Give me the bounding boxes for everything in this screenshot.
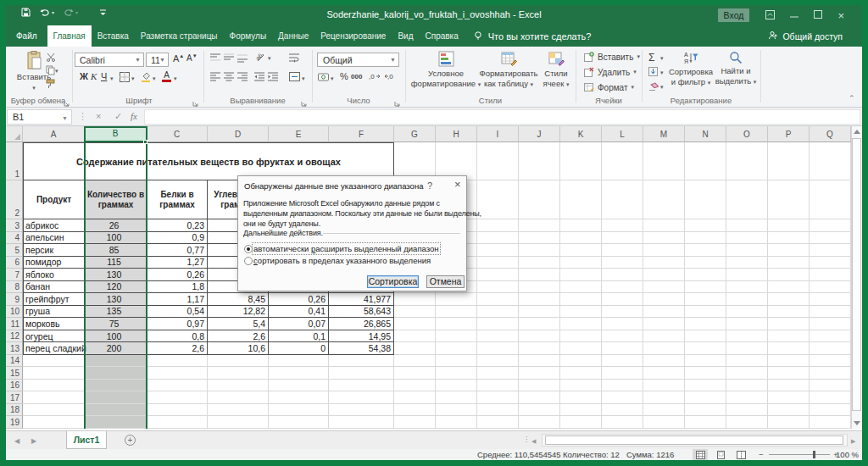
- sheet-next-icon[interactable]: ▶: [31, 437, 36, 445]
- cell-B3[interactable]: 26: [85, 219, 146, 231]
- cell-C8[interactable]: 1,8: [147, 281, 207, 293]
- row-header-18[interactable]: 18: [6, 404, 23, 417]
- cell-B6[interactable]: 115: [85, 257, 146, 269]
- col-header-cell-B2[interactable]: Количество в граммах: [86, 180, 145, 219]
- align-middle-icon[interactable]: [224, 53, 235, 64]
- cell-D9[interactable]: 8,45: [208, 293, 268, 305]
- col-header-Q[interactable]: Q: [810, 126, 851, 142]
- col-header-O[interactable]: O: [726, 126, 768, 142]
- percent-style-icon[interactable]: %: [340, 71, 348, 81]
- minimize-icon[interactable]: [790, 10, 798, 20]
- cell-C4[interactable]: 0,9: [147, 232, 207, 244]
- vscroll-thumb[interactable]: [852, 138, 861, 411]
- zoom-slider-track[interactable]: [769, 454, 830, 455]
- vscroll-up-icon[interactable]: [854, 130, 860, 134]
- merge-dropdown-icon[interactable]: ▾: [302, 75, 305, 82]
- cell-F9[interactable]: 41,977: [329, 293, 393, 305]
- increase-indent-icon[interactable]: [268, 72, 279, 83]
- share-button[interactable]: Общий доступ: [768, 25, 843, 47]
- view-page-layout-icon[interactable]: [713, 449, 728, 460]
- accounting-format-icon[interactable]: [318, 72, 329, 84]
- col-header-N[interactable]: N: [685, 126, 726, 142]
- hscroll-thumb[interactable]: [545, 435, 843, 445]
- cell-A11[interactable]: морковь: [23, 318, 84, 330]
- accounting-dropdown-icon[interactable]: ▾: [331, 75, 334, 82]
- row-header-15[interactable]: 15: [6, 367, 23, 380]
- font-dialog-launcher-icon[interactable]: [192, 96, 199, 103]
- select-all-corner[interactable]: [6, 126, 23, 142]
- cell-B8[interactable]: 120: [85, 281, 146, 293]
- tellme-box[interactable]: Что вы хотите сделать?: [473, 25, 592, 47]
- col-header-cell-C2[interactable]: Белки в граммах: [148, 180, 206, 219]
- font-name-combo[interactable]: Calibri▼: [75, 53, 144, 67]
- zoom-slider-thumb[interactable]: [813, 451, 815, 458]
- col-header-E[interactable]: E: [269, 126, 329, 142]
- hscroll-left-icon[interactable]: ◀: [531, 438, 536, 445]
- cell-A4[interactable]: апельсин: [23, 232, 84, 244]
- hscroll-track[interactable]: [542, 434, 848, 447]
- ribbon-display-options-icon[interactable]: [765, 10, 775, 21]
- cell-A6[interactable]: помидор: [23, 257, 84, 269]
- delete-cells-button[interactable]: Удалить▾: [584, 67, 637, 77]
- row-header-14[interactable]: 14: [6, 355, 23, 368]
- tab-разметка-страницы[interactable]: Разметка страницы: [135, 25, 224, 47]
- row-header-2[interactable]: 2: [6, 180, 23, 219]
- tab-рецензирование[interactable]: Рецензирование: [314, 25, 392, 47]
- formula-input[interactable]: [144, 109, 860, 125]
- col-header-H[interactable]: H: [436, 126, 477, 142]
- maximize-icon[interactable]: [814, 10, 822, 20]
- decrease-decimal-icon[interactable]: ,0: [384, 72, 396, 83]
- col-header-K[interactable]: K: [560, 126, 602, 142]
- underline-dropdown-icon[interactable]: ▾: [110, 75, 114, 82]
- decrease-indent-icon[interactable]: [254, 72, 265, 83]
- row-header-4[interactable]: 4: [6, 232, 23, 245]
- row-header-9[interactable]: 9: [6, 293, 23, 306]
- cut-icon[interactable]: [46, 53, 56, 64]
- cell-E13[interactable]: 0: [269, 342, 328, 354]
- fill-dropdown-icon[interactable]: ▾: [660, 69, 664, 76]
- cell-D13[interactable]: 10,6: [208, 342, 268, 354]
- cell-B13[interactable]: 200: [85, 342, 146, 354]
- collapse-ribbon-icon[interactable]: ⌃: [849, 94, 855, 103]
- sheet-tab-list1[interactable]: Лист1: [66, 431, 107, 449]
- copy-icon[interactable]: ▾: [46, 65, 58, 77]
- tab-вид[interactable]: Вид: [392, 25, 419, 47]
- italic-button[interactable]: К: [91, 71, 97, 81]
- tab-file[interactable]: Файл: [6, 25, 47, 47]
- view-page-break-icon[interactable]: [733, 449, 748, 460]
- row-header-8[interactable]: 8: [6, 281, 23, 294]
- cell-A12[interactable]: огурец: [23, 330, 84, 342]
- hscroll-right-icon[interactable]: ▶: [851, 438, 855, 445]
- cell-A3[interactable]: абрикос: [23, 219, 84, 231]
- sort-button[interactable]: Сортировка: [367, 275, 419, 288]
- orientation-icon[interactable]: аб: [256, 52, 267, 64]
- cell-A10[interactable]: груша: [23, 306, 84, 318]
- cell-F10[interactable]: 58,643: [329, 306, 393, 318]
- font-size-combo[interactable]: 11▼: [146, 53, 169, 67]
- cell-A7[interactable]: яблоко: [23, 269, 84, 280]
- col-header-B[interactable]: B: [85, 126, 147, 142]
- autosum-dropdown-icon[interactable]: ▾: [660, 55, 664, 62]
- cell-E12[interactable]: 0,1: [269, 330, 328, 342]
- cell-E10[interactable]: 0,41: [269, 306, 328, 318]
- zoom-out-icon[interactable]: −: [759, 450, 764, 459]
- col-header-I[interactable]: I: [477, 126, 519, 142]
- format-as-table-button[interactable]: Форматироватькак таблицу ▾: [477, 51, 540, 90]
- find-select-button[interactable]: Найти ивыделить ▾: [715, 51, 757, 87]
- name-box[interactable]: B1▼: [7, 109, 72, 125]
- borders-icon[interactable]: [120, 72, 130, 84]
- borders-dropdown-icon[interactable]: ▾: [131, 75, 135, 82]
- cell-D11[interactable]: 5,4: [208, 318, 268, 330]
- col-header-F[interactable]: F: [329, 126, 394, 142]
- row-header-5[interactable]: 5: [6, 244, 23, 257]
- clear-icon[interactable]: [648, 82, 659, 93]
- underline-button[interactable]: Ч: [101, 71, 107, 81]
- merge-center-icon[interactable]: [289, 72, 300, 83]
- insert-cells-button[interactable]: Вставить▾: [584, 52, 640, 62]
- cell-F13[interactable]: 54,38: [329, 342, 393, 354]
- comma-style-icon[interactable]: 000: [351, 73, 362, 80]
- cancel-entry-icon[interactable]: ×: [96, 111, 101, 121]
- sheet-prev-icon[interactable]: ◀: [14, 437, 19, 445]
- number-format-combo[interactable]: Общий▼: [317, 53, 399, 67]
- sort-filter-button[interactable]: АЯ Сортировкаи фильтр ▾: [667, 51, 715, 88]
